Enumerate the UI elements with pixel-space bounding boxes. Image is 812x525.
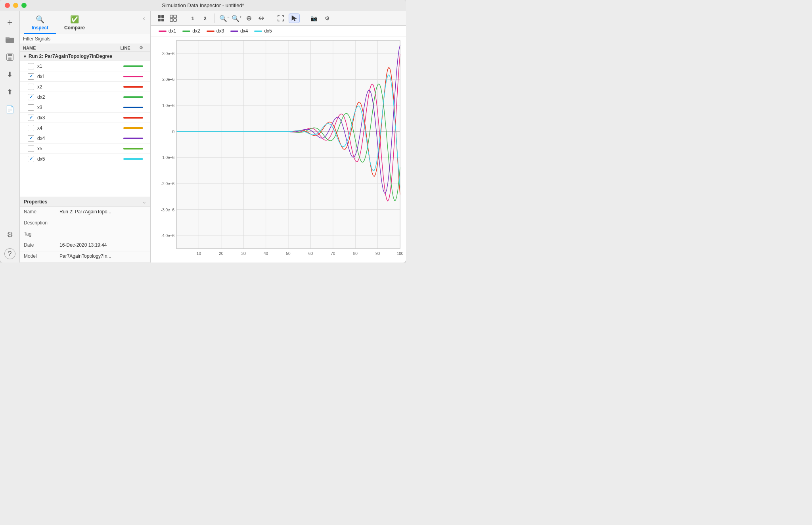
prop-rows-container: NameRun 2: Par7AgainTopo...DescriptionTa… [20,207,150,262]
svg-rect-4 [8,57,11,60]
chart-settings-button[interactable]: ⚙ [322,13,333,23]
legend-label-dx3: dx3 [216,28,224,34]
svg-rect-11 [170,19,173,21]
minimize-button[interactable] [13,3,18,8]
checkbox-dx3[interactable]: ✓ [28,115,34,121]
zoom-in-button[interactable]: 🔍+ [231,13,242,23]
signal-name-dx1: dx1 [37,74,119,79]
filter-label: Filter Signals [23,36,50,42]
panel-collapse-button[interactable]: ‹ [140,14,148,22]
help-button[interactable]: ? [4,248,15,259]
chart-svg[interactable]: -4.0e+6-3.0e+6-2.0e+6-1.0e+601.0e+62.0e+… [151,36,406,262]
toolbar-sep-1 [183,13,183,23]
window-title: Simulation Data Inspector - untitled* [162,2,244,8]
signal-row: x3 [20,102,150,113]
svg-rect-1 [6,37,10,38]
legend-dot-dx2 [182,31,190,32]
prop-value: Run 2: Par7AgainTopo... [59,209,146,216]
line-swatch-x3 [123,107,143,108]
add-button[interactable]: ＋ [3,15,17,29]
folder-button[interactable] [3,33,17,47]
zoom-fit-button[interactable] [243,13,255,23]
chart-toolbar: 1 2 🔍− 🔍+ [151,11,406,26]
maximize-button[interactable] [21,3,27,8]
line-swatch-dx4 [123,138,143,139]
line-swatch-x5 [123,148,143,149]
checkbox-dx5[interactable]: ✓ [28,156,34,162]
prop-label: Model [24,253,59,260]
checkbox-x2[interactable] [28,84,34,90]
checkbox-x5[interactable] [28,146,34,152]
settings-button[interactable]: ⚙ [3,228,17,242]
checkbox-dx2[interactable]: ✓ [28,94,34,100]
signal-name-dx4: dx4 [37,136,119,141]
zoom-x-button[interactable] [256,13,267,23]
signal-line-x3 [119,107,147,108]
fullscreen-button[interactable] [275,13,286,23]
upload-button[interactable]: ⬆ [3,85,17,99]
tab-inspect[interactable]: 🔍 Inspect [24,13,56,34]
save-button[interactable] [3,50,17,64]
svg-text:60: 60 [308,251,313,256]
signal-name-x2: x2 [37,84,119,90]
col-line-header: LINE [111,46,139,50]
prop-label: Tag [24,231,59,238]
camera-button[interactable]: 📷 [308,13,319,23]
prop-row: Date16-Dec-2020 13:19:44 [20,240,150,251]
run-row[interactable]: ▼ Run 2: Par7AgainTopology7InDegree [20,52,150,61]
line-swatch-x1 [123,65,143,67]
window-controls [5,3,27,8]
signal-name-dx3: dx3 [37,115,119,121]
signal-line-dx5 [119,158,147,160]
checkbox-dx1[interactable]: ✓ [28,73,34,80]
properties-collapse-button[interactable]: ⌄ [142,199,146,205]
download-button[interactable]: ⬇ [3,67,17,82]
legend-dot-dx3 [207,31,214,32]
chart-legend: dx1dx2dx3dx4dx5 [151,26,406,36]
signal-name-dx5: dx5 [37,156,119,162]
prop-row: Tag [20,229,150,240]
cursor-button[interactable] [289,13,300,23]
tab-compare[interactable]: ✅ Compare [56,13,93,34]
signal-row: ✓dx4 [20,133,150,144]
signal-line-dx1 [119,76,147,77]
tab-bar: 🔍 Inspect ✅ Compare ‹ [20,11,150,34]
line-swatch-x2 [123,86,143,88]
col-gear-icon[interactable]: ⚙ [139,45,147,50]
svg-rect-12 [174,19,176,21]
tile-1-button[interactable]: 1 [187,13,198,23]
checkbox-x1[interactable] [28,63,34,69]
grid-split-button[interactable] [168,13,179,23]
checkbox-dx4[interactable]: ✓ [28,135,34,142]
legend-item-dx3: dx3 [207,28,224,34]
tile-2-button[interactable]: 2 [199,13,211,23]
col-name-header: NAME [23,46,111,50]
signal-name-x3: x3 [37,105,119,110]
grid-single-button[interactable] [155,13,167,23]
svg-text:1.0e+6: 1.0e+6 [162,103,174,108]
zoom-out-button[interactable]: 🔍− [219,13,230,23]
chart-area: 1 2 🔍− 🔍+ [151,11,406,262]
properties-title: Properties [24,199,47,205]
legend-label-dx1: dx1 [169,28,176,34]
compare-icon: ✅ [70,15,79,24]
prop-value [59,220,146,227]
signal-row: ✓dx5 [20,154,150,164]
line-swatch-dx3 [123,117,143,119]
svg-text:-1.0e+6: -1.0e+6 [161,155,175,160]
close-button[interactable] [5,3,10,8]
signal-row: x1 [20,61,150,71]
main-window: Simulation Data Inspector - untitled* ＋ … [0,0,406,262]
checkbox-x3[interactable] [28,104,34,111]
checkbox-x4[interactable] [28,125,34,131]
signal-row: x5 [20,144,150,154]
document-button[interactable]: 📄 [3,102,17,117]
line-swatch-dx1 [123,76,143,77]
signal-name-x5: x5 [37,146,119,151]
svg-text:70: 70 [331,251,335,256]
title-bar: Simulation Data Inspector - untitled* [0,0,406,11]
legend-label-dx4: dx4 [240,28,248,34]
toolbar-layout-group [155,13,179,23]
toolbar-sep-4 [304,13,304,23]
chart-content[interactable]: -4.0e+6-3.0e+6-2.0e+6-1.0e+601.0e+62.0e+… [151,36,406,262]
